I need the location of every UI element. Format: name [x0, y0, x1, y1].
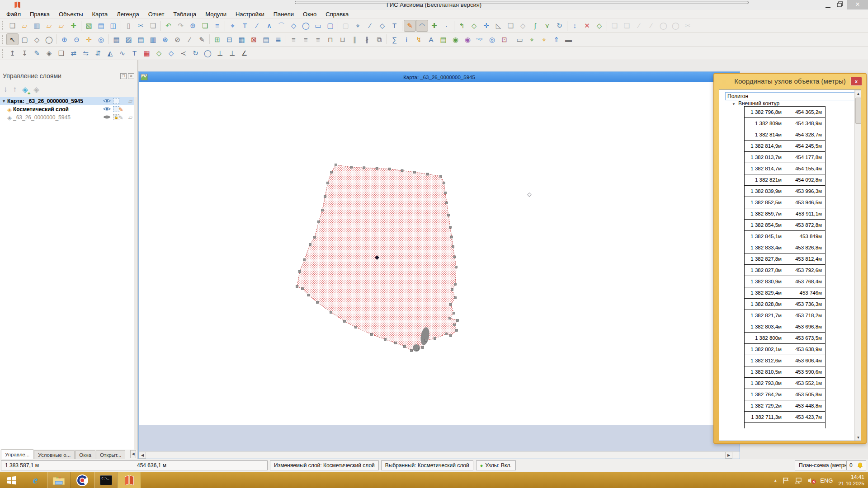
menu-item-5[interactable]: Отчет	[144, 10, 169, 19]
coord-y-cell[interactable]: 453 746м	[785, 287, 826, 299]
dock-tab-1[interactable]: Условные о...	[34, 450, 75, 459]
visibility-eye-icon[interactable]	[103, 106, 111, 112]
map-window-titlebar[interactable]: Карта: _63_26_0000000_5945	[139, 72, 740, 82]
table-delete-icon[interactable]: ⊠	[248, 33, 260, 45]
scroll-right-icon[interactable]: ▶	[725, 452, 732, 459]
menu-item-3[interactable]: Карта	[88, 10, 113, 19]
coord-x-cell[interactable]: 1 382 812,6м	[744, 355, 785, 366]
coord-y-cell[interactable]: 453 768,4м	[785, 276, 826, 287]
visibility-off-eye-icon[interactable]	[103, 114, 111, 120]
save-icon[interactable]: ▥	[31, 20, 43, 32]
cut-icon[interactable]: ✂	[135, 20, 147, 32]
frame-tool-icon[interactable]: ▭	[514, 33, 526, 45]
style-brush-icon[interactable]: ✎	[31, 47, 43, 59]
coord-x-cell[interactable]: 1 382 810,5м	[744, 366, 785, 378]
tray-expand-icon[interactable]: ▲	[774, 479, 777, 483]
coord-y-cell[interactable]: 454 155,4м	[785, 163, 826, 174]
add-node-icon[interactable]: ✚	[428, 20, 440, 32]
coord-y-cell[interactable]: 453 423,7м	[785, 411, 826, 423]
circle-convert-icon[interactable]: ◯	[202, 47, 214, 59]
table-statistics-icon[interactable]: ≣	[272, 33, 284, 45]
group-objects-icon[interactable]: ⧉	[373, 33, 385, 45]
editable-layer-status[interactable]: Изменяемый слой: Косметический слой	[270, 460, 379, 470]
map-selection-graphics[interactable]	[139, 82, 740, 425]
raster-palette-icon[interactable]: ▦	[141, 47, 153, 59]
snap-polygon-icon[interactable]: ◇	[468, 20, 480, 32]
map-pin-orange-icon[interactable]: ⌖	[538, 33, 550, 45]
transform-object-icon[interactable]: ⇄	[67, 47, 80, 59]
coord-x-cell[interactable]: 1 382 729,2м	[744, 400, 785, 412]
point-tool-icon[interactable]: ⌖	[226, 20, 239, 32]
align-top-icon[interactable]: ⊓	[324, 33, 336, 45]
select-layer-icon[interactable]: ▥	[147, 33, 159, 45]
coord-x-cell[interactable]: 1 382 764,2м	[744, 389, 785, 400]
coord-y-cell[interactable]: 453 849м	[785, 230, 826, 242]
select-rect-icon[interactable]: ▢	[19, 33, 31, 45]
angle-tool-icon[interactable]: ∠	[238, 47, 250, 59]
nodes-mode-status[interactable]: ●Узлы: Вкл.	[476, 460, 516, 470]
coord-x-cell[interactable]: 1 382 803,4м	[744, 321, 785, 333]
open-folder-icon[interactable]: ▱	[19, 20, 31, 32]
edit-legend-icon[interactable]: ✎	[196, 33, 208, 45]
collapse-arrow-icon[interactable]: ▼	[732, 102, 736, 106]
coordinates-scrollbar[interactable]: ▲ ▼	[854, 90, 861, 441]
menu-item-2[interactable]: Объекты	[54, 10, 88, 19]
distribute-v-icon[interactable]: ∦	[361, 33, 373, 45]
coord-y-cell[interactable]: 454 092,8м	[785, 174, 826, 186]
delete-node-icon[interactable]: ✕	[581, 20, 593, 32]
tree-row-map[interactable]: ▼ Карта: _63_26_0000000_5945 ▱	[0, 97, 134, 105]
smooth-curve-icon[interactable]: ∿	[116, 47, 128, 59]
tree-row-data-layer[interactable]: ◈ _63_26_0000000_5945 🔒 ✎ ▱	[0, 113, 134, 122]
coord-x-cell[interactable]: 1 382 821,7м	[744, 310, 785, 321]
coord-x-cell[interactable]: 1 382 859,7м	[744, 208, 785, 220]
ellipse-tool-icon[interactable]: ◯	[300, 20, 312, 32]
vertex-previous-icon[interactable]: ≺	[177, 47, 189, 59]
coord-y-cell[interactable]: 454 177,8м	[785, 151, 826, 163]
coord-y-cell[interactable]: 453 448,8м	[785, 400, 826, 412]
layer-up-icon[interactable]: ↑	[13, 85, 17, 94]
layer-copy-icon[interactable]: ❏	[55, 47, 67, 59]
coord-y-cell[interactable]: 453 505,8м	[785, 389, 826, 400]
command-prompt-button[interactable]: C:\_	[94, 472, 118, 488]
statistics-icon[interactable]: ∑	[388, 33, 401, 45]
axioma-app-button[interactable]	[118, 472, 141, 488]
spline-tool-icon[interactable]: ∫	[529, 20, 541, 32]
coord-x-cell[interactable]: 1 382 845,1м	[744, 230, 785, 242]
select-by-query-icon[interactable]: ⊡	[498, 33, 510, 45]
coord-y-cell[interactable]: 453 792,6м	[785, 264, 826, 276]
line-tool-icon[interactable]: ∕	[251, 20, 263, 32]
coord-y-cell[interactable]: 453 606,4м	[785, 355, 826, 366]
edit-nodes-icon[interactable]: ◠	[416, 20, 428, 32]
toolbar-handle[interactable]	[2, 49, 4, 58]
selected-layer-status[interactable]: Выбранный: Косметический слой	[381, 460, 473, 470]
draw-pencil-icon[interactable]: ✎	[404, 20, 416, 32]
coord-x-cell[interactable]: 1 382 854,5м	[744, 219, 785, 231]
north-arrow-icon[interactable]: ⇑	[550, 33, 562, 45]
projection-status[interactable]: План-схема (метры)	[795, 460, 854, 470]
menu-item-9[interactable]: Панели	[269, 10, 298, 19]
align-left-icon[interactable]: ≡	[288, 33, 300, 45]
notifications-status[interactable]: 0	[846, 460, 866, 470]
copy-icon[interactable]: ❏	[147, 20, 159, 32]
flip-object-icon[interactable]: ◭	[104, 47, 116, 59]
coord-y-cell[interactable]: 453 590,6м	[785, 366, 826, 378]
selection-box-icon[interactable]	[113, 98, 119, 104]
coord-x-cell[interactable]: 1 382 800м	[744, 332, 785, 344]
edit-point-icon[interactable]: ⌖	[352, 20, 364, 32]
table-append-icon[interactable]: ⊞	[211, 33, 223, 45]
text-tool-icon[interactable]: T	[239, 20, 251, 32]
coord-y-cell[interactable]: 453 696,8м	[785, 321, 826, 333]
diamond-node-icon[interactable]: ◇	[517, 20, 529, 32]
plugins-icon[interactable]: ✚	[67, 20, 80, 32]
edit-polygon-icon[interactable]: ◇	[376, 20, 388, 32]
menu-item-1[interactable]: Правка	[25, 10, 54, 19]
clear-style-icon[interactable]: ◺	[492, 20, 505, 32]
info-tool-icon[interactable]: i	[401, 33, 413, 45]
coord-y-cell[interactable]: 453 552,1м	[785, 377, 826, 389]
coord-x-cell[interactable]: 1 382 809м	[744, 117, 785, 129]
coord-x-cell[interactable]: 1 382 814,7м	[744, 163, 785, 174]
add-layer-icon[interactable]: ◈+	[22, 85, 28, 94]
panel-float-icon[interactable]: ❐	[120, 73, 127, 79]
open-workspace-icon[interactable]: ▱	[43, 20, 55, 32]
new-report-icon[interactable]: ▤	[95, 20, 107, 32]
